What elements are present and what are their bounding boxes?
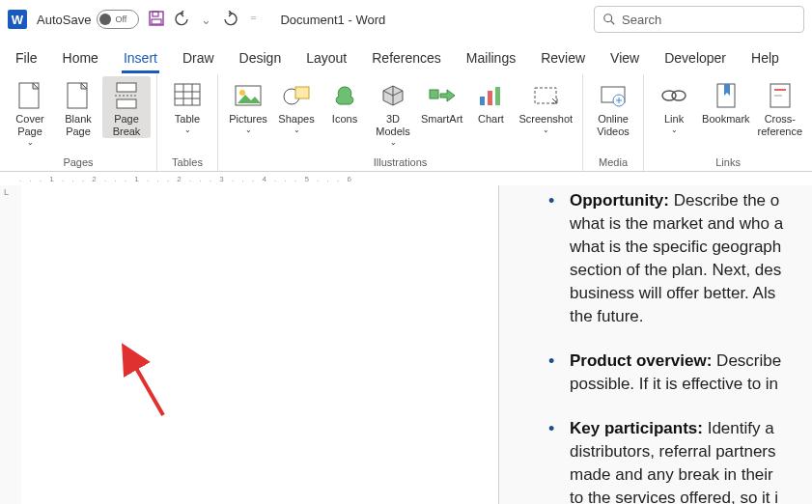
cover-page-label: CoverPage xyxy=(15,113,43,138)
ribbon: CoverPage ⌄ BlankPage PageBreak Pages Ta… xyxy=(0,74,812,172)
tab-help[interactable]: Help xyxy=(749,44,781,73)
tab-design[interactable]: Design xyxy=(238,44,284,73)
tab-mailings[interactable]: Mailings xyxy=(464,44,518,73)
blank-page-icon xyxy=(62,80,95,111)
chevron-down-icon: ⌄ xyxy=(671,126,678,134)
vertical-ruler-mark: L xyxy=(4,187,9,197)
group-links-label: Links xyxy=(650,154,806,171)
page-2-content[interactable]: Opportunity: Describe the owhat is the m… xyxy=(541,189,812,504)
bullet-product: Product overview: Describepossible. If i… xyxy=(541,350,812,396)
document-area: L Opportunity: Describe the owhat is the… xyxy=(0,185,812,504)
cross-reference-button[interactable]: Cross-reference xyxy=(754,76,806,138)
svg-rect-22 xyxy=(495,87,500,105)
group-illustrations: Pictures ⌄ Shapes ⌄ Icons 3DModels ⌄ Sma… xyxy=(218,74,583,171)
pictures-icon xyxy=(232,80,265,111)
tab-home[interactable]: Home xyxy=(61,44,100,73)
chevron-down-icon: ⌄ xyxy=(27,138,34,147)
svg-rect-7 xyxy=(117,83,136,92)
table-label: Table xyxy=(175,113,200,126)
group-pages-label: Pages xyxy=(6,154,151,171)
tab-file[interactable]: File xyxy=(14,44,40,73)
table-button[interactable]: Table ⌄ xyxy=(163,76,211,134)
shapes-button[interactable]: Shapes ⌄ xyxy=(272,76,321,134)
chevron-down-icon: ⌄ xyxy=(390,138,397,147)
link-label: Link xyxy=(664,113,684,126)
online-videos-icon xyxy=(597,80,630,111)
smartart-icon xyxy=(426,80,459,111)
qat-customize-icon[interactable]: ⁼ xyxy=(250,13,257,27)
blank-page-button[interactable]: BlankPage xyxy=(54,76,102,138)
svg-rect-23 xyxy=(535,88,556,103)
bullet-key-heading: Key participants: xyxy=(570,419,703,437)
page-1[interactable] xyxy=(21,185,499,504)
blank-page-label: BlankPage xyxy=(65,113,92,138)
svg-rect-1 xyxy=(153,12,158,16)
horizontal-ruler[interactable]: . . . 1 . . . 2 . . . 1 . . . 2 . . . 3 … xyxy=(0,172,812,185)
cover-page-button[interactable]: CoverPage ⌄ xyxy=(6,76,54,147)
autosave-toggle[interactable]: Off xyxy=(97,10,139,29)
cross-reference-label: Cross-reference xyxy=(758,113,802,138)
tab-draw[interactable]: Draw xyxy=(181,44,216,73)
bullet-opportunity-text: Describe the owhat is the market and who… xyxy=(570,191,783,325)
toggle-knob xyxy=(99,14,111,25)
search-icon xyxy=(602,13,616,26)
icons-button[interactable]: Icons xyxy=(321,76,369,126)
group-tables: Table ⌄ Tables xyxy=(157,74,218,171)
group-pages: CoverPage ⌄ BlankPage PageBreak Pages xyxy=(0,74,157,171)
chart-icon xyxy=(474,80,507,111)
svg-point-16 xyxy=(239,90,245,96)
chevron-down-icon: ⌄ xyxy=(543,126,549,134)
tab-developer[interactable]: Developer xyxy=(662,44,728,73)
bookmark-label: Bookmark xyxy=(702,113,750,126)
3d-models-button[interactable]: 3DModels ⌄ xyxy=(369,76,417,147)
page-break-label: PageBreak xyxy=(113,113,141,138)
group-media: OnlineVideos Media xyxy=(583,74,644,171)
shapes-icon xyxy=(280,80,313,111)
pictures-button[interactable]: Pictures ⌄ xyxy=(224,76,272,134)
page-break-icon xyxy=(110,80,143,111)
bookmark-button[interactable]: Bookmark xyxy=(698,76,754,126)
screenshot-button[interactable]: Screenshot ⌄ xyxy=(515,76,576,134)
chart-button[interactable]: Chart xyxy=(466,76,515,126)
qat-dropdown-icon[interactable]: ⌄ xyxy=(201,13,211,27)
link-button[interactable]: Link ⌄ xyxy=(650,76,698,134)
icons-label: Icons xyxy=(332,113,357,126)
table-icon xyxy=(171,80,204,111)
bullet-opportunity-heading: Opportunity: xyxy=(570,191,669,210)
pictures-label: Pictures xyxy=(229,113,267,126)
link-icon xyxy=(658,80,690,111)
online-videos-button[interactable]: OnlineVideos xyxy=(589,76,637,138)
svg-rect-21 xyxy=(488,91,492,105)
screenshot-icon xyxy=(529,80,562,111)
chart-label: Chart xyxy=(478,113,504,126)
save-icon[interactable] xyxy=(149,11,164,29)
word-app-icon: W xyxy=(8,10,27,29)
smartart-button[interactable]: SmartArt xyxy=(417,76,466,126)
redo-icon[interactable] xyxy=(223,11,238,29)
bullet-key: Key participants: Identify adistributors… xyxy=(541,417,812,504)
page-break-button[interactable]: PageBreak xyxy=(102,76,151,138)
icons-icon xyxy=(328,80,361,111)
search-box[interactable]: Search xyxy=(594,6,804,33)
tab-insert[interactable]: Insert xyxy=(122,44,159,73)
online-videos-label: OnlineVideos xyxy=(597,113,629,138)
shapes-label: Shapes xyxy=(278,113,314,126)
group-links: Link ⌄ Bookmark Cross-reference Links xyxy=(644,74,812,171)
tab-layout[interactable]: Layout xyxy=(304,44,349,73)
document-title: Document1 - Word xyxy=(280,13,385,27)
quick-access-toolbar: ⌄ ⁼ xyxy=(149,11,259,29)
3d-models-icon xyxy=(377,80,409,111)
undo-icon[interactable] xyxy=(174,11,189,29)
screenshot-label: Screenshot xyxy=(518,113,573,126)
tab-references[interactable]: References xyxy=(370,44,443,73)
group-illustrations-label: Illustrations xyxy=(224,154,576,171)
svg-rect-8 xyxy=(117,99,136,108)
tab-view[interactable]: View xyxy=(608,44,641,73)
tab-review[interactable]: Review xyxy=(539,44,587,73)
bullet-product-heading: Product overview: xyxy=(570,351,712,370)
chevron-down-icon: ⌄ xyxy=(184,126,191,134)
svg-rect-2 xyxy=(152,19,161,24)
svg-rect-19 xyxy=(430,90,438,98)
search-placeholder: Search xyxy=(622,13,661,27)
group-media-label: Media xyxy=(589,154,637,171)
